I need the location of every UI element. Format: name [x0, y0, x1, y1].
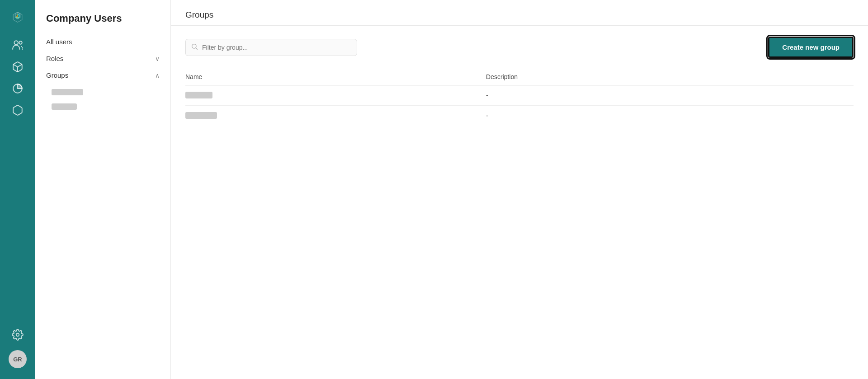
chevron-down-icon: ∨ — [155, 55, 160, 62]
group1-label — [52, 89, 83, 95]
table-cell-description: - — [486, 85, 854, 106]
table-header-row: Name Description — [185, 69, 854, 85]
sidebar-item-roles[interactable]: Roles ∨ — [35, 50, 170, 67]
column-header-description: Description — [486, 69, 854, 85]
table-row[interactable]: - — [185, 85, 854, 106]
sidebar: Company Users All users Roles ∨ Groups ∧ — [35, 0, 171, 379]
groups-table-body: - - — [185, 85, 854, 126]
filter-input-wrap — [185, 39, 357, 56]
table-cell-description: - — [486, 106, 854, 126]
create-new-group-button[interactable]: Create new group — [768, 37, 854, 58]
chevron-up-icon: ∧ — [155, 72, 160, 79]
svg-point-3 — [19, 41, 22, 44]
main-header: Groups — [171, 0, 868, 26]
icon-bar-bottom: GR — [8, 325, 28, 374]
sidebar-item-groups[interactable]: Groups ∧ — [35, 67, 170, 84]
table-cell-name — [185, 85, 486, 106]
settings-nav-icon[interactable] — [8, 325, 28, 345]
logo-icon[interactable] — [8, 7, 28, 27]
group2-label — [52, 103, 77, 110]
svg-point-2 — [14, 41, 18, 45]
chart-nav-icon[interactable] — [8, 79, 28, 98]
icon-bar: GR — [0, 0, 35, 379]
svg-line-8 — [196, 48, 198, 50]
page-title: Groups — [185, 10, 854, 20]
cube-nav-icon[interactable] — [8, 57, 28, 77]
icon-bar-top — [8, 5, 28, 325]
toolbar-row: Create new group — [185, 37, 854, 58]
avatar[interactable]: GR — [9, 350, 27, 368]
filter-input[interactable] — [185, 39, 357, 56]
sidebar-item-label: All users — [46, 38, 72, 46]
hex-nav-icon[interactable] — [8, 100, 28, 120]
search-icon — [191, 43, 198, 52]
sidebar-item-label: Groups — [46, 71, 68, 79]
column-header-name: Name — [185, 69, 486, 85]
sidebar-title: Company Users — [35, 9, 170, 33]
main-content: Groups Create new group Name Description — [171, 0, 868, 379]
sidebar-sub-item-group2[interactable] — [35, 100, 170, 114]
table-cell-name — [185, 106, 486, 126]
sidebar-sub-item-group1[interactable] — [35, 85, 170, 100]
users-nav-icon[interactable] — [8, 35, 28, 55]
svg-point-7 — [192, 44, 196, 48]
svg-point-6 — [16, 333, 19, 337]
sidebar-item-all-users[interactable]: All users — [35, 33, 170, 50]
groups-sub-items — [35, 84, 170, 116]
table-row[interactable]: - — [185, 106, 854, 126]
groups-table: Name Description - - — [185, 69, 854, 126]
sidebar-item-label: Roles — [46, 55, 63, 62]
main-body: Create new group Name Description - - — [171, 26, 868, 379]
